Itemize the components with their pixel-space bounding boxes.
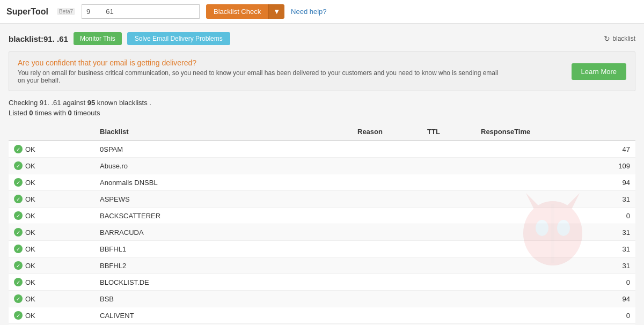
status-text: OK	[25, 228, 35, 237]
cell-status: ✓OK	[9, 141, 94, 158]
check-icon: ✓	[14, 161, 23, 170]
check-icon: ✓	[14, 195, 23, 203]
known-count: 95	[87, 99, 95, 107]
table-row: ✓OKBBFHL231	[9, 257, 635, 274]
cell-reason	[352, 274, 422, 291]
cell-responsetime: 31	[475, 241, 635, 257]
cell-status: ✓OK	[9, 158, 94, 174]
cell-reason	[352, 307, 422, 324]
cell-responsetime: 94	[475, 174, 635, 191]
cell-ttl	[422, 291, 475, 307]
promo-body: You rely on email for business critical …	[18, 69, 501, 84]
table-row: ✓OKBBFHL131	[9, 241, 635, 257]
cell-reason	[352, 241, 422, 257]
title-row: blacklist:91. .61 Monitor This Solve Ema…	[9, 32, 635, 45]
cell-ttl	[422, 158, 475, 174]
cell-blacklist: BACKSCATTERER	[94, 208, 352, 224]
cell-reason	[352, 291, 422, 307]
cell-blacklist: BSB	[94, 291, 352, 307]
check-icon: ✓	[14, 245, 23, 253]
table-row: ✓OKBARRACUDA31	[9, 224, 635, 241]
refresh-icon: ↻	[604, 34, 610, 43]
col-header-blacklist: Blacklist	[94, 123, 352, 141]
cell-responsetime: 0	[475, 208, 635, 224]
table-row: ✓OK0SPAM47	[9, 141, 635, 158]
cell-ttl	[422, 241, 475, 257]
cell-status: ✓OK	[9, 307, 94, 324]
cell-status: ✓OK	[9, 291, 94, 307]
cell-ttl	[422, 174, 475, 191]
cell-status: ✓OK	[9, 241, 94, 257]
cell-blacklist: ASPEWS	[94, 191, 352, 208]
monitor-button[interactable]: Monitor This	[74, 32, 122, 45]
col-header-reason: Reason	[352, 123, 422, 141]
listed-line: Listed 0 times with 0 timeouts	[9, 109, 635, 117]
status-text: OK	[25, 145, 35, 153]
cell-reason	[352, 141, 422, 158]
check-icon: ✓	[14, 178, 23, 187]
table-row: ✓OKBACKSCATTERER0	[9, 208, 635, 224]
table-row: ✓OKAbuse.ro109	[9, 158, 635, 174]
cell-status: ✓OK	[9, 174, 94, 191]
col-header-responsetime: ResponseTime	[475, 123, 635, 141]
timeout-suffix: timeouts	[72, 109, 100, 117]
status-line: Checking 91. .61 against 95 known blackl…	[9, 99, 635, 107]
timeout-count: 0	[68, 109, 72, 117]
cell-blacklist: 0SPAM	[94, 141, 352, 158]
listed-middle: times with	[33, 109, 68, 117]
status-text: OK	[25, 179, 35, 187]
cell-reason	[352, 224, 422, 241]
promo-heading-plain: Are you confident that your email is get…	[18, 58, 162, 67]
status-text: OK	[25, 245, 35, 253]
blacklist-check-button[interactable]: Blacklist Check	[206, 4, 268, 19]
table-header: Blacklist Reason TTL ResponseTime	[9, 123, 635, 141]
solve-button[interactable]: Solve Email Delivery Problems	[127, 32, 230, 45]
search-input[interactable]	[82, 4, 200, 19]
cell-responsetime: 47	[475, 141, 635, 158]
listed-count: 0	[29, 109, 33, 117]
blacklist-check-group: Blacklist Check ▼	[206, 4, 284, 19]
cell-blacklist: Abuse.ro	[94, 158, 352, 174]
cell-reason	[352, 208, 422, 224]
need-help-link[interactable]: Need help?	[291, 8, 327, 16]
cell-reason	[352, 191, 422, 208]
cell-responsetime: 31	[475, 257, 635, 274]
cell-responsetime: 31	[475, 191, 635, 208]
results-table: Blacklist Reason TTL ResponseTime ✓OK0SP…	[9, 123, 635, 325]
table-row: ✓OKCALIVENT0	[9, 307, 635, 324]
cell-responsetime: 0	[475, 307, 635, 324]
cell-responsetime: 31	[475, 224, 635, 241]
cell-status: ✓OK	[9, 208, 94, 224]
check-icon: ✓	[14, 145, 23, 153]
status-text: OK	[25, 278, 35, 286]
check-icon: ✓	[14, 228, 23, 237]
check-icon: ✓	[14, 261, 23, 270]
status-text: OK	[25, 212, 35, 220]
status-text: OK	[25, 195, 35, 203]
blacklist-refresh-link[interactable]: ↻ blacklist	[604, 34, 635, 43]
cell-blacklist: BARRACUDA	[94, 224, 352, 241]
col-header-ttl: TTL	[422, 123, 475, 141]
cell-responsetime: 94	[475, 291, 635, 307]
cell-ttl	[422, 274, 475, 291]
content: blacklist:91. .61 Monitor This Solve Ema…	[0, 24, 644, 325]
cell-blacklist: Anonmails DNSBL	[94, 174, 352, 191]
promo-heading: Are you confident that your email is get…	[18, 58, 501, 67]
cell-reason	[352, 257, 422, 274]
check-icon: ✓	[14, 211, 23, 220]
cell-responsetime: 0	[475, 274, 635, 291]
cell-ttl	[422, 257, 475, 274]
cell-reason	[352, 158, 422, 174]
cell-reason	[352, 174, 422, 191]
status-text: OK	[25, 312, 35, 320]
status-text: OK	[25, 162, 35, 170]
cell-ttl	[422, 208, 475, 224]
blacklist-check-dropdown[interactable]: ▼	[268, 4, 284, 19]
cell-ttl	[422, 191, 475, 208]
cell-ttl	[422, 307, 475, 324]
blacklist-link-label: blacklist	[612, 35, 635, 42]
table-body: ✓OK0SPAM47✓OKAbuse.ro109✓OKAnonmails DNS…	[9, 141, 635, 325]
listed-prefix: Listed	[9, 109, 29, 117]
learn-more-button[interactable]: Learn More	[572, 63, 626, 80]
beta-badge: Beta7	[57, 8, 75, 15]
